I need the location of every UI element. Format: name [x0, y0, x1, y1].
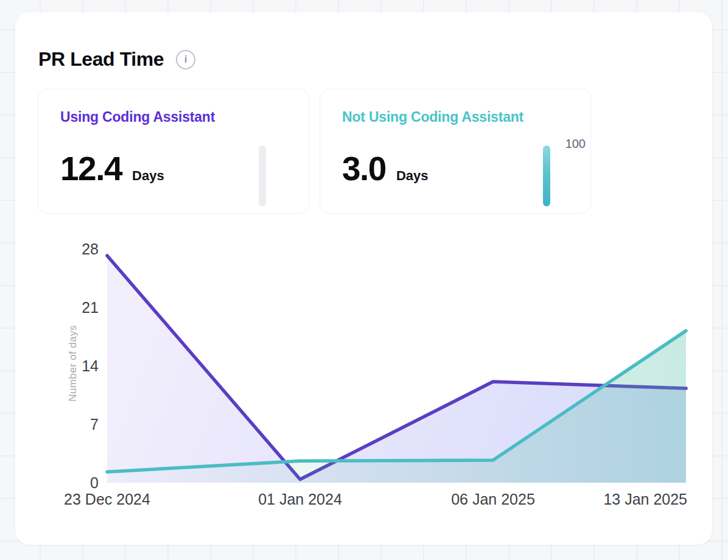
- y-axis-title: Number of days: [67, 325, 79, 402]
- stat-value-not-using-assistant: 3.0: [342, 152, 386, 186]
- y-axis-tick: 21: [82, 299, 99, 316]
- pr-lead-time-card: PR Lead Time i Using Coding Assistant 12…: [15, 12, 712, 545]
- y-axis-tick: 7: [90, 416, 99, 433]
- stat-value-row: 3.0 Days: [342, 152, 569, 186]
- info-icon-glyph: i: [184, 54, 187, 65]
- x-axis-label: 23 Dec 2024: [64, 491, 150, 508]
- y-axis-tick: 14: [82, 357, 99, 374]
- stat-unit-label: Days: [396, 168, 429, 184]
- x-axis-label: 01 Jan 2024: [258, 491, 342, 508]
- stat-label-not-using-assistant: Not Using Coding Assistant: [342, 109, 569, 125]
- page-title: PR Lead Time: [38, 49, 164, 70]
- stats-row: Using Coding Assistant 12.4 Days Not Usi…: [38, 89, 591, 214]
- y-axis-tick: 0: [90, 474, 99, 491]
- stat-value-row: 12.4 Days: [60, 152, 287, 186]
- gauge-value-label: 100: [565, 137, 586, 151]
- x-axis-label: 13 Jan 2025: [603, 491, 687, 508]
- x-axis-label: 06 Jan 2025: [451, 491, 535, 508]
- card-header: PR Lead Time i: [38, 49, 195, 70]
- stat-card-using-assistant: Using Coding Assistant 12.4 Days: [38, 89, 309, 214]
- y-axis-tick: 28: [82, 240, 99, 257]
- gauge-bar-filled: [543, 145, 550, 206]
- stat-card-not-using-assistant: Not Using Coding Assistant 3.0 Days 100: [320, 89, 591, 214]
- gauge-bar-empty: [259, 145, 266, 206]
- info-icon[interactable]: i: [176, 50, 195, 69]
- lead-time-area-chart: 0714212823 Dec 202401 Jan 202406 Jan 202…: [15, 225, 712, 511]
- stat-value-using-assistant: 12.4: [60, 152, 122, 186]
- stat-unit-label: Days: [132, 168, 164, 184]
- stat-label-using-assistant: Using Coding Assistant: [60, 109, 287, 125]
